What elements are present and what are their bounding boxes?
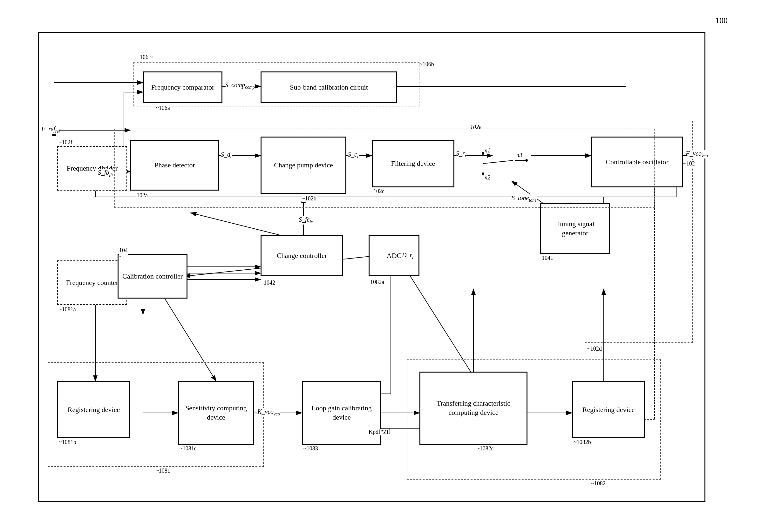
1081c-label: ~1081c — [179, 445, 197, 452]
sr-label: S_rr — [456, 150, 467, 158]
102f-label: ~102f — [59, 139, 72, 146]
region-1081 — [48, 362, 264, 467]
region-102e — [114, 129, 655, 208]
scomp-label: S_compcomp — [225, 81, 255, 90]
1082a-label: 1082a — [370, 279, 384, 286]
1083-label: ~1083 — [303, 445, 318, 452]
104-label: 104~ — [119, 247, 128, 260]
1082c-label: ~1082c — [477, 445, 494, 452]
loop-gain-cal-label: Loop gain calibrating device — [305, 404, 378, 422]
102d-label: ~102d — [587, 346, 602, 352]
region-1082 — [407, 359, 661, 480]
stone-label: S_tonetone — [512, 194, 537, 203]
adc-label: ADC — [387, 251, 401, 260]
102e-label: 102e — [470, 124, 482, 131]
1082-label: ~1082 — [591, 480, 606, 487]
1081-label: ~1081 — [156, 468, 170, 474]
change-controller-box: Change controller — [260, 235, 343, 276]
sc-label: S_cc — [348, 151, 359, 159]
change-controller-label: Change controller — [277, 251, 327, 260]
1041-label: 1041 — [542, 255, 553, 261]
1042-label: 1042 — [264, 279, 275, 286]
diagram-ref-100: 100 — [715, 16, 728, 25]
106-label: 106 ~ — [140, 54, 153, 61]
102b-label: ~102b — [302, 195, 316, 202]
sfb-label: S_fbfb — [98, 169, 112, 178]
102-label: ~102 — [683, 160, 695, 167]
106a-label: ~106a — [156, 105, 170, 111]
calibration-controller-box: Calibration controller — [118, 254, 187, 299]
fref-label: F_refref — [41, 125, 60, 134]
1081a-label: ~1081a — [59, 306, 76, 313]
diagram-container: 100 — [32, 13, 731, 515]
dr-label: D_rr — [402, 252, 414, 260]
region-106 — [133, 62, 420, 106]
sfc-label: S_fcfc — [299, 216, 313, 225]
kpdf-zlf-label: Kpdf*Zlf — [368, 429, 390, 435]
106b-label: ~106b — [420, 61, 434, 68]
region-102d — [585, 121, 693, 343]
kvco-label: K_vcovco — [257, 408, 280, 417]
calibration-controller-label: Calibration controller — [122, 272, 183, 281]
1081b-label: ~1081b — [59, 439, 76, 446]
frequency-counter-box: Frequency counter — [57, 260, 127, 305]
102c-label: 102c — [373, 188, 384, 195]
sd-label: S_dd — [221, 151, 232, 159]
102a-label: 102a — [137, 192, 148, 199]
1082b-label: ~1082b — [574, 439, 591, 446]
frequency-counter-label: Frequency counter — [66, 278, 118, 287]
fvco-label: F_vcovco — [686, 150, 708, 158]
